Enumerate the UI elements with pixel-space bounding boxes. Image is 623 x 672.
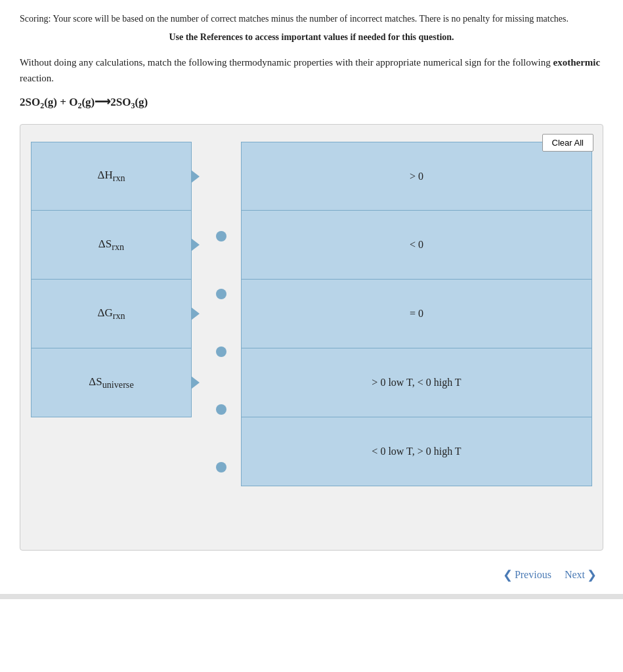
reference-line: Use the References to access important v… bbox=[20, 32, 603, 43]
left-item-delta-h[interactable]: ΔHrxn bbox=[31, 142, 192, 211]
previous-button[interactable]: ❮ Previous bbox=[503, 568, 551, 582]
right-item-lt-low-gt-high[interactable]: < 0 low T, > 0 high T bbox=[241, 417, 592, 486]
connector-dot-2 bbox=[216, 289, 226, 299]
scoring-text: Scoring: Your score will be based on the… bbox=[20, 12, 603, 26]
connector-dot-1 bbox=[216, 231, 226, 242]
question-intro: Without doing any calculations, match th… bbox=[20, 54, 603, 86]
right-item-gt-low-lt-high[interactable]: > 0 low T, < 0 high T bbox=[241, 348, 592, 417]
left-arrow-delta-h bbox=[191, 170, 200, 183]
left-arrow-delta-s bbox=[191, 238, 200, 251]
middle-connector-col bbox=[202, 142, 241, 496]
left-column: ΔHrxn ΔSrxn ΔGrxn ΔSuniverse bbox=[31, 142, 202, 417]
right-item-lt-zero[interactable]: < 0 bbox=[241, 211, 592, 280]
left-item-delta-g[interactable]: ΔGrxn bbox=[31, 280, 192, 348]
connector-dot-3 bbox=[216, 346, 226, 357]
chevron-right-icon: ❯ bbox=[587, 568, 597, 582]
connector-dot-4 bbox=[216, 404, 226, 415]
chevron-left-icon: ❮ bbox=[503, 568, 513, 582]
right-column: > 0 < 0 = 0 > 0 low T, < 0 high T < 0 lo… bbox=[241, 142, 592, 486]
right-item-eq-zero[interactable]: = 0 bbox=[241, 280, 592, 348]
bottom-bar bbox=[0, 594, 623, 599]
left-item-delta-s[interactable]: ΔSrxn bbox=[31, 211, 192, 280]
matching-container: Clear All ΔHrxn ΔSrxn ΔGrxn ΔSuniverse bbox=[20, 124, 603, 551]
reaction-equation: 2SO2(g) + O2(g)⟶2SO3(g) bbox=[20, 95, 603, 111]
right-item-gt-zero[interactable]: > 0 bbox=[241, 142, 592, 211]
next-button[interactable]: Next ❯ bbox=[565, 568, 597, 582]
connector-dot-5 bbox=[216, 462, 226, 472]
clear-all-button[interactable]: Clear All bbox=[542, 134, 593, 152]
left-arrow-delta-s-universe bbox=[191, 376, 200, 389]
left-arrow-delta-g bbox=[191, 307, 200, 320]
left-item-delta-s-universe[interactable]: ΔSuniverse bbox=[31, 348, 192, 417]
footer-navigation: ❮ Previous Next ❯ bbox=[20, 557, 603, 593]
